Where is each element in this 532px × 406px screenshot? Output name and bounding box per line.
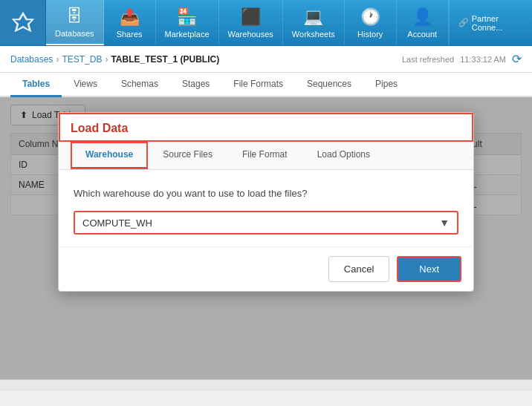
modal-overlay: Load Data Warehouse Source Files File Fo… [0, 97, 532, 379]
worksheets-icon: 💻 [303, 7, 323, 27]
nav-item-shares[interactable]: 📤 Shares [104, 0, 156, 45]
modal-footer: Cancel Next [59, 246, 473, 291]
breadcrumb-test-db[interactable]: TEST_DB [62, 54, 102, 65]
object-tabs: Tables Views Schemas Stages File Formats… [0, 73, 532, 97]
refresh-button[interactable]: ⟳ [512, 52, 522, 66]
nav-label-databases: Databases [55, 29, 94, 38]
partner-connect-label: Partner Conne... [472, 14, 523, 32]
modal-body: Which warehouse do you want to use to lo… [59, 170, 473, 246]
marketplace-icon: 🏪 [177, 7, 197, 27]
shares-icon: 📤 [120, 7, 140, 27]
breadcrumb-bar: Databases › TEST_DB › TABLE_TEST_1 (PUBL… [0, 46, 532, 73]
breadcrumb: Databases › TEST_DB › TABLE_TEST_1 (PUBL… [10, 54, 219, 65]
nav-label-history: History [357, 30, 383, 39]
tab-file-formats[interactable]: File Formats [221, 73, 295, 97]
horizontal-scrollbar[interactable] [0, 379, 532, 391]
nav-label-shares: Shares [117, 30, 143, 39]
warehouses-icon: ⬛ [241, 7, 261, 27]
nav-item-worksheets[interactable]: 💻 Worksheets [283, 0, 345, 45]
nav-item-warehouses[interactable]: ⬛ Warehouses [219, 0, 283, 45]
next-button[interactable]: Next [397, 256, 461, 282]
nav-label-warehouses: Warehouses [228, 30, 273, 39]
tab-tables[interactable]: Tables [10, 73, 62, 97]
app-logo[interactable] [0, 0, 46, 45]
nav-label-account: Account [407, 30, 437, 39]
refresh-area: Last refreshed 11:33:12 AM ⟳ [402, 52, 522, 66]
nav-item-databases[interactable]: 🗄 Databases [46, 0, 104, 45]
modal-tab-load-options[interactable]: Load Options [302, 142, 385, 169]
nav-item-marketplace[interactable]: 🏪 Marketplace [156, 0, 219, 45]
last-refreshed-label: Last refreshed [402, 55, 454, 64]
top-nav: 🗄 Databases 📤 Shares 🏪 Marketplace ⬛ War… [0, 0, 532, 46]
tab-sequences[interactable]: Sequences [295, 73, 363, 97]
tab-stages[interactable]: Stages [170, 73, 221, 97]
modal-tab-source-files[interactable]: Source Files [148, 142, 227, 169]
partner-connect-icon: 🔗 [458, 18, 469, 27]
last-refreshed-time: 11:33:12 AM [460, 55, 506, 64]
breadcrumb-current-table: TABLE_TEST_1 (PUBLIC) [111, 54, 219, 65]
warehouse-question: Which warehouse do you want to use to lo… [74, 188, 458, 199]
nav-label-worksheets: Worksheets [292, 30, 335, 39]
history-icon: 🕐 [360, 7, 380, 27]
warehouse-select[interactable]: COMPUTE_WH ▼ [74, 211, 458, 235]
dropdown-arrow-icon[interactable]: ▼ [439, 217, 450, 229]
warehouse-value: COMPUTE_WH [82, 217, 152, 229]
account-icon: 👤 [412, 7, 432, 27]
modal-title: Load Data [59, 113, 473, 142]
modal-tab-warehouse[interactable]: Warehouse [71, 142, 148, 169]
nav-label-marketplace: Marketplace [165, 30, 210, 39]
databases-icon: 🗄 [66, 7, 82, 26]
nav-item-history[interactable]: 🕐 History [345, 0, 397, 45]
breadcrumb-databases[interactable]: Databases [10, 54, 53, 65]
nav-item-account[interactable]: 👤 Account [397, 0, 449, 45]
nav-items: 🗄 Databases 📤 Shares 🏪 Marketplace ⬛ War… [46, 0, 449, 45]
tab-pipes[interactable]: Pipes [363, 73, 409, 97]
cancel-button[interactable]: Cancel [328, 256, 389, 282]
tab-schemas[interactable]: Schemas [109, 73, 170, 97]
main-content: ⬆ Load Table Column Name Ordinal ▲ Type … [0, 97, 532, 379]
modal-tabs: Warehouse Source Files File Format Load … [59, 142, 473, 170]
partner-connect[interactable]: 🔗 Partner Conne... [449, 0, 532, 45]
modal-tab-file-format[interactable]: File Format [227, 142, 302, 169]
tab-views[interactable]: Views [62, 73, 109, 97]
load-data-modal: Load Data Warehouse Source Files File Fo… [58, 112, 474, 292]
